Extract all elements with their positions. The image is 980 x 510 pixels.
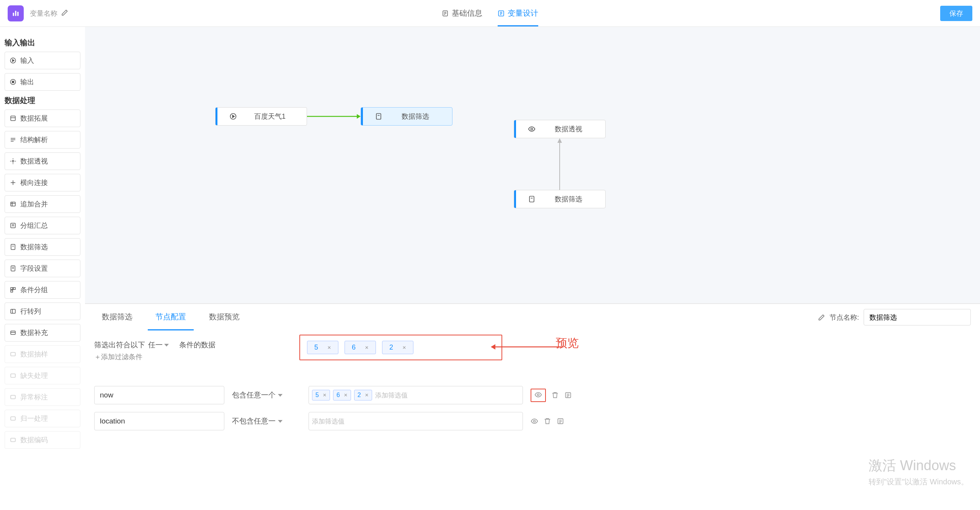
filter-mode-select[interactable]: 任一 bbox=[148, 340, 169, 350]
flow-canvas[interactable]: 百度天气1 数据筛选 数据透视 bbox=[85, 27, 980, 303]
svg-rect-2 bbox=[17, 11, 18, 16]
sidebar: 输入输出 输入 输出 数据处理 数据拓展 结构解析 数据透视 横向连接 追加合并… bbox=[0, 27, 85, 510]
svg-rect-12 bbox=[13, 81, 14, 83]
sidebar-item-output[interactable]: 输出 bbox=[5, 73, 80, 91]
play-icon bbox=[229, 113, 237, 120]
panel-tab-preview[interactable]: 数据预览 bbox=[201, 304, 247, 330]
flow-node-filter2[interactable]: 数据筛选 bbox=[514, 190, 606, 208]
content: 百度天气1 数据筛选 数据透视 bbox=[85, 27, 980, 510]
tab-variable-design[interactable]: 变量设计 bbox=[498, 0, 538, 26]
panel-right: 节点名称: bbox=[818, 309, 971, 325]
sidebar-item-condgroup[interactable]: 条件分组 bbox=[5, 281, 80, 299]
svg-marker-52 bbox=[557, 138, 562, 143]
svg-rect-42 bbox=[11, 417, 15, 420]
sidebar-section-io: 输入输出 bbox=[5, 38, 80, 48]
list-icon[interactable] bbox=[564, 391, 572, 399]
windows-watermark: 激活 Windows 转到"设置"以激活 Windows。 bbox=[869, 456, 969, 487]
sidebar-item-label: 条件分组 bbox=[20, 285, 48, 294]
sidebar-item-datafill[interactable]: 数据补充 bbox=[5, 324, 80, 342]
svg-point-62 bbox=[534, 420, 536, 422]
sidebar-item-label: 分组汇总 bbox=[20, 221, 48, 230]
tag-close-icon[interactable]: ✕ bbox=[402, 345, 406, 350]
tag-close-icon[interactable]: ✕ bbox=[365, 345, 369, 350]
svg-rect-48 bbox=[376, 114, 381, 119]
sidebar-item-label: 数据抽样 bbox=[20, 350, 48, 359]
sidebar-item-missing: 缺失处理 bbox=[5, 367, 80, 384]
svg-rect-53 bbox=[529, 196, 534, 202]
tag-close-icon[interactable]: ✕ bbox=[327, 345, 331, 350]
flow-edge bbox=[307, 113, 361, 120]
header: 变量名称 基础信息 变量设计 保存 bbox=[0, 0, 980, 27]
list-icon[interactable] bbox=[557, 417, 564, 425]
sidebar-item-rowtocol[interactable]: 行转列 bbox=[5, 302, 80, 320]
operator-select[interactable]: 不包含任意一 bbox=[232, 416, 301, 426]
svg-rect-40 bbox=[11, 374, 15, 378]
sidebar-item-label: 输出 bbox=[20, 77, 34, 87]
sidebar-section-processing: 数据处理 bbox=[5, 95, 80, 106]
flow-node-source[interactable]: 百度天气1 bbox=[215, 107, 307, 126]
field-select[interactable]: now bbox=[94, 386, 224, 404]
values-input[interactable]: 5✕ 6✕ 2✕ 添加筛选值 bbox=[309, 386, 523, 404]
value-tag: 2✕ bbox=[354, 390, 372, 400]
sidebar-item-label: 追加合并 bbox=[20, 199, 48, 209]
svg-rect-11 bbox=[12, 81, 13, 83]
sidebar-item-data-extend[interactable]: 数据拓展 bbox=[5, 110, 80, 127]
values-placeholder: 添加筛选值 bbox=[312, 417, 345, 426]
sidebar-item-label: 数据编码 bbox=[20, 435, 48, 445]
sidebar-item-label: 数据透视 bbox=[20, 157, 48, 166]
svg-rect-33 bbox=[13, 288, 15, 289]
save-button[interactable]: 保存 bbox=[940, 6, 972, 21]
sidebar-item-hjoin[interactable]: 横向连接 bbox=[5, 174, 80, 191]
sidebar-item-structure-parse[interactable]: 结构解析 bbox=[5, 131, 80, 149]
chevron-down-icon bbox=[278, 420, 283, 423]
svg-point-50 bbox=[531, 128, 533, 130]
file-icon bbox=[528, 195, 536, 203]
flow-node-filter-selected[interactable]: 数据筛选 bbox=[361, 107, 452, 126]
tag-close-icon[interactable]: ✕ bbox=[365, 392, 369, 398]
sidebar-item-filter[interactable]: 数据筛选 bbox=[5, 238, 80, 256]
panel-body: 筛选出符合以下 任一 条件的数据 ＋添加过滤条件 5✕ 6✕ 2✕ bbox=[85, 331, 980, 510]
node-label: 数据筛选 bbox=[543, 195, 605, 204]
sidebar-item-label: 异常标注 bbox=[20, 392, 48, 402]
node-name-input[interactable] bbox=[864, 309, 971, 325]
sidebar-item-append[interactable]: 追加合并 bbox=[5, 195, 80, 213]
edit-icon[interactable] bbox=[818, 314, 825, 321]
svg-marker-56 bbox=[491, 344, 495, 350]
bottom-panel: 数据筛选 节点配置 数据预览 节点名称: 筛选出符合以下 任一 bbox=[85, 303, 980, 510]
node-label: 百度天气1 bbox=[245, 112, 307, 121]
preview-toggle-icon[interactable] bbox=[531, 417, 538, 425]
flow-node-pivot[interactable]: 数据透视 bbox=[514, 120, 606, 138]
sidebar-item-anomaly: 异常标注 bbox=[5, 388, 80, 406]
panel-tabs: 数据筛选 节点配置 数据预览 节点名称: bbox=[85, 304, 980, 331]
sidebar-item-pivot[interactable]: 数据透视 bbox=[5, 152, 80, 170]
field-select[interactable]: location bbox=[94, 412, 224, 430]
panel-tab-config[interactable]: 节点配置 bbox=[148, 304, 194, 330]
svg-rect-39 bbox=[11, 353, 15, 356]
sidebar-item-label: 数据补充 bbox=[20, 328, 48, 337]
operator-select[interactable]: 包含任意一个 bbox=[232, 390, 301, 400]
svg-point-18 bbox=[12, 160, 14, 162]
sidebar-item-encode: 数据编码 bbox=[5, 431, 80, 449]
node-label: 数据筛选 bbox=[390, 112, 452, 121]
sidebar-item-groupby[interactable]: 分组汇总 bbox=[5, 217, 80, 234]
preview-toggle-icon[interactable] bbox=[531, 389, 546, 402]
preview-popup: 5✕ 6✕ 2✕ bbox=[299, 335, 502, 360]
sidebar-item-input[interactable]: 输入 bbox=[5, 52, 80, 69]
panel-tab-filter[interactable]: 数据筛选 bbox=[94, 304, 140, 330]
edit-title-icon[interactable] bbox=[61, 9, 68, 17]
svg-point-57 bbox=[537, 394, 539, 396]
delete-icon[interactable] bbox=[544, 417, 551, 425]
tag-close-icon[interactable]: ✕ bbox=[323, 392, 327, 398]
annotation-label: 预览 bbox=[556, 335, 579, 351]
main: 输入输出 输入 输出 数据处理 数据拓展 结构解析 数据透视 横向连接 追加合并… bbox=[0, 27, 980, 510]
tab-basic-info[interactable]: 基础信息 bbox=[442, 0, 482, 26]
condition-row: location 不包含任意一 添加筛选值 bbox=[94, 412, 971, 430]
tag-close-icon[interactable]: ✕ bbox=[344, 392, 348, 398]
add-condition-button[interactable]: ＋添加过滤条件 bbox=[94, 352, 142, 361]
values-input[interactable]: 添加筛选值 bbox=[309, 412, 523, 430]
sidebar-item-label: 输入 bbox=[20, 56, 34, 65]
sidebar-item-normalize: 归一处理 bbox=[5, 410, 80, 427]
sidebar-item-fields[interactable]: 字段设置 bbox=[5, 260, 80, 277]
delete-icon[interactable] bbox=[551, 391, 559, 399]
node-name-label: 节点名称: bbox=[830, 313, 859, 322]
